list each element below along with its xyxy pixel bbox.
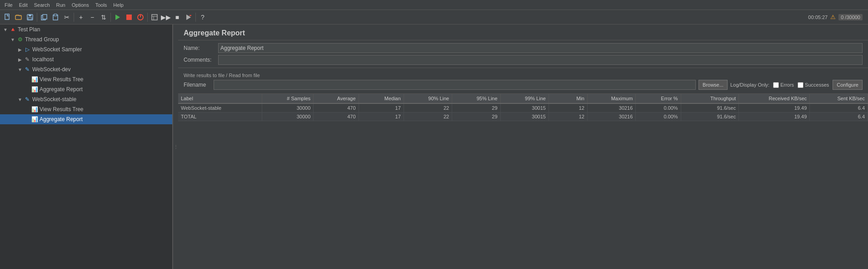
toggle-vrt2: ▶ <box>24 106 31 113</box>
stop-button[interactable] <box>124 12 135 23</box>
sidebar-item-aggregate-report-1[interactable]: ▶ 📊 Aggregate Report <box>0 84 172 94</box>
col-header-90line: 90% Line <box>404 94 452 103</box>
sep4 <box>147 13 148 22</box>
sidebar-item-view-results-tree-2[interactable]: ▶ 📊 View Results Tree <box>0 104 172 114</box>
cell-sent: 6.4 <box>810 112 868 121</box>
browse-button[interactable]: Browse... <box>698 80 728 90</box>
comments-input[interactable] <box>218 55 863 65</box>
cell-label: TOTAL <box>178 112 262 121</box>
errors-checkbox[interactable] <box>773 82 779 88</box>
cell-min: 12 <box>549 112 587 121</box>
sidebar-collapse-btn[interactable]: ⋮ <box>173 24 178 269</box>
table-body: WebSocket-stable300004701722293001512302… <box>178 103 868 121</box>
sep1 <box>37 13 37 22</box>
templates-button[interactable] <box>149 12 160 23</box>
menu-run[interactable]: Run <box>54 1 68 9</box>
menu-search[interactable]: Search <box>31 1 53 9</box>
errors-label: Errors <box>780 82 794 88</box>
help-button[interactable]: ? <box>197 12 208 23</box>
vrt1-label: View Results Tree <box>40 76 84 83</box>
toggle-ar2: ▶ <box>24 116 31 123</box>
successes-checkbox[interactable] <box>798 82 803 88</box>
sidebar-item-websocket-dev[interactable]: ▼ ✎ WebSocket-dev <box>0 64 172 74</box>
remote-start-button[interactable]: ▶▶ <box>160 12 171 23</box>
collapse-button[interactable]: − <box>87 12 98 23</box>
toggle-localhost[interactable]: ▶ <box>16 56 24 63</box>
col-header-received: Received KB/sec <box>739 94 810 103</box>
sidebar-item-thread-group[interactable]: ▼ ⚙ Thread Group <box>0 34 172 44</box>
cell-line90: 22 <box>404 112 452 121</box>
expand-button[interactable]: + <box>75 12 86 23</box>
main-layout: ▼ 🔺 Test Plan ▼ ⚙ Thread Group ▶ ▷ WebSo… <box>0 24 868 269</box>
successes-label: Successes <box>805 82 829 88</box>
run-button[interactable] <box>112 12 123 23</box>
successes-checkbox-label[interactable]: Successes <box>798 82 829 88</box>
open-button[interactable] <box>13 12 24 23</box>
file-section: Write results to file / Read from file F… <box>178 68 868 94</box>
stopnow-button[interactable] <box>135 12 146 23</box>
toolbar: ✂ + − ⇅ ▶▶ ■ ? 00:05:27 ⚠ 0 /30000 <box>0 10 868 24</box>
ar2-label: Aggregate Report <box>40 116 83 122</box>
localhost-label: localhost <box>32 56 54 63</box>
toggle-thread-group[interactable]: ▼ <box>9 36 16 43</box>
menu-tools[interactable]: Tools <box>93 1 110 9</box>
toggle-test-plan[interactable]: ▼ <box>2 26 9 33</box>
cell-line99: 30015 <box>500 103 549 112</box>
panel-title: Aggregate Report <box>178 24 868 40</box>
log-display-label: Log/Display Only: <box>730 82 769 88</box>
menu-options[interactable]: Options <box>69 1 92 9</box>
menu-help[interactable]: Help <box>110 1 126 9</box>
write-results-label: Write results to file / Read from file <box>184 71 863 79</box>
ws-stable-label: WebSocket-stable <box>32 96 76 103</box>
testplan-label: Test Plan <box>18 26 40 33</box>
content-panel: Aggregate Report Name: Comments: Write r… <box>178 24 868 269</box>
new-button[interactable] <box>2 12 13 23</box>
svg-rect-4 <box>28 18 32 20</box>
cell-throughput: 91.6/sec <box>681 103 739 112</box>
errors-checkbox-label[interactable]: Errors <box>773 82 794 88</box>
filename-input[interactable] <box>214 80 696 90</box>
sidebar-item-test-plan[interactable]: ▼ 🔺 Test Plan <box>0 24 172 34</box>
cell-average: 470 <box>314 103 359 112</box>
toggle-vrt1: ▶ <box>24 76 31 83</box>
warning-icon: ⚠ <box>830 14 836 20</box>
ws-sampler-label: WebSocket Sampler <box>32 46 82 53</box>
name-input[interactable] <box>218 43 863 53</box>
toggle-ws-sampler[interactable]: ▶ <box>16 46 24 53</box>
toggle-button[interactable]: ⇅ <box>98 12 109 23</box>
sidebar: ▼ 🔺 Test Plan ▼ ⚙ Thread Group ▶ ▷ WebSo… <box>0 24 173 269</box>
svg-rect-6 <box>43 15 47 19</box>
sidebar-item-websocket-sampler[interactable]: ▶ ▷ WebSocket Sampler <box>0 44 172 54</box>
cut-button[interactable]: ✂ <box>61 12 72 23</box>
save-button[interactable] <box>25 12 35 23</box>
copy-button[interactable] <box>39 12 50 23</box>
svg-rect-13 <box>152 15 157 20</box>
svg-marker-9 <box>115 15 120 20</box>
toolbar-status: 00:05:27 ⚠ 0 /30000 <box>808 14 866 20</box>
cell-received: 19.49 <box>739 103 810 112</box>
comments-row: Comments: <box>184 55 863 65</box>
table-container: Label # Samples Average Median 90% Line … <box>178 94 868 269</box>
paste-button[interactable] <box>50 12 61 23</box>
cell-sent: 6.4 <box>810 103 868 112</box>
sidebar-item-localhost[interactable]: ▶ ✎ localhost <box>0 54 172 64</box>
clear-all-button[interactable] <box>183 12 194 23</box>
ar1-label: Aggregate Report <box>40 86 83 93</box>
menu-file[interactable]: File <box>2 1 15 9</box>
cell-median: 17 <box>359 112 404 121</box>
status-count: 0 /30000 <box>838 14 863 20</box>
sidebar-item-view-results-tree-1[interactable]: ▶ 📊 View Results Tree <box>0 74 172 84</box>
configure-button[interactable]: Configure <box>833 80 863 90</box>
remote-stop-button[interactable]: ■ <box>172 12 183 23</box>
sidebar-item-aggregate-report-2[interactable]: ▶ 📊 Aggregate Report <box>0 114 172 124</box>
sidebar-item-websocket-stable[interactable]: ▼ ✎ WebSocket-stable <box>0 94 172 104</box>
cell-min: 12 <box>549 103 587 112</box>
col-header-min: Min <box>549 94 587 103</box>
cell-maximum: 30216 <box>588 112 636 121</box>
toggle-ws-dev[interactable]: ▼ <box>16 66 24 73</box>
status-timer: 00:05:27 <box>808 15 828 20</box>
menu-edit[interactable]: Edit <box>16 1 30 9</box>
ar2-icon: 📊 <box>31 116 38 123</box>
toggle-ws-stable[interactable]: ▼ <box>16 96 24 103</box>
comments-label: Comments: <box>184 57 215 63</box>
